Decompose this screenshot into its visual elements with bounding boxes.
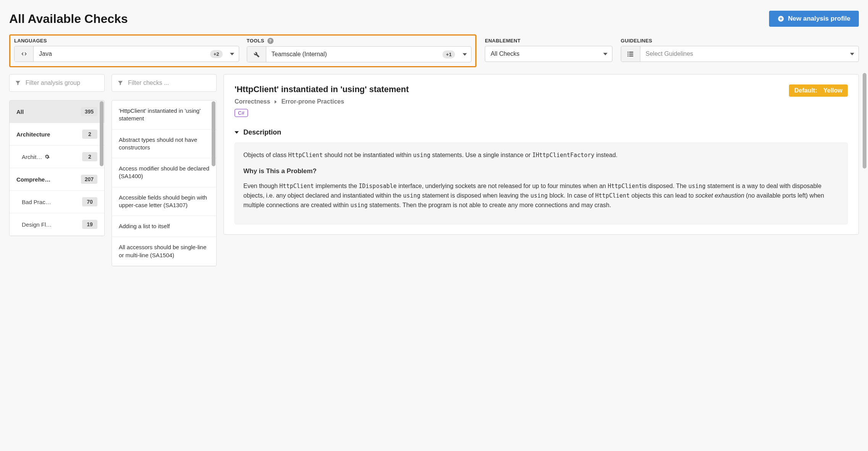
group-count: 70 xyxy=(82,197,97,206)
group-item[interactable]: Architecture2 xyxy=(10,123,104,146)
enablement-dropdown[interactable]: All Checks xyxy=(485,46,612,62)
wrench-icon xyxy=(253,50,260,58)
group-name: Bad Prac… xyxy=(22,199,51,205)
description-section-toggle[interactable]: Description xyxy=(235,128,848,136)
code-icon xyxy=(20,50,28,58)
check-item[interactable]: Adding a list to itself xyxy=(112,216,216,237)
group-count: 2 xyxy=(82,152,97,161)
languages-dropdown[interactable]: Java +2 xyxy=(14,46,239,62)
group-name: Architecture xyxy=(16,131,50,138)
group-item[interactable]: All395 xyxy=(10,101,104,123)
group-name: Archit… xyxy=(22,154,50,160)
caret-down-icon xyxy=(230,52,234,56)
check-name: Adding a list to itself xyxy=(119,222,170,230)
languages-extra-count: +2 xyxy=(210,50,223,58)
group-name: Design Fl… xyxy=(22,221,52,228)
group-count: 207 xyxy=(81,175,97,184)
filter-icon xyxy=(117,79,123,86)
new-analysis-profile-button[interactable]: New analysis profile xyxy=(769,11,859,27)
language-chip: C# xyxy=(235,109,248,117)
filter-checks-search[interactable] xyxy=(112,74,217,92)
tools-value: Teamscale (Internal) xyxy=(266,51,443,58)
guidelines-label: GUIDELINES xyxy=(621,38,859,44)
breadcrumb: Correctness Error-prone Practices xyxy=(235,98,409,105)
default-severity-badge: Default: Yellow xyxy=(789,84,848,97)
filter-checks-input[interactable] xyxy=(128,79,211,86)
plus-circle-icon xyxy=(777,15,784,22)
tools-label: TOOLS ? xyxy=(247,38,472,44)
group-item[interactable]: Bad Prac…70 xyxy=(10,191,104,213)
check-name: 'HttpClient' instantiated in 'using' sta… xyxy=(119,107,209,123)
caret-down-icon xyxy=(850,52,854,56)
filter-icon xyxy=(15,79,21,86)
check-name: Access modifier should be declared (SA14… xyxy=(119,165,209,180)
description-content: Objects of class HttpClient should not b… xyxy=(235,143,848,224)
filter-groups-input[interactable] xyxy=(26,79,99,86)
check-name: Abstract types should not have construct… xyxy=(119,136,209,152)
tools-dropdown[interactable]: Teamscale (Internal) +1 xyxy=(247,46,472,62)
check-detail-title: 'HttpClient' instantiated in 'using' sta… xyxy=(235,84,409,94)
check-item[interactable]: All accessors should be single-line or m… xyxy=(112,237,216,266)
check-detail-panel: 'HttpClient' instantiated in 'using' sta… xyxy=(223,74,859,235)
check-name: Accessible fields should begin with uppe… xyxy=(119,194,209,209)
filter-groups-search[interactable] xyxy=(9,74,105,92)
group-count: 2 xyxy=(82,130,97,139)
new-analysis-profile-label: New analysis profile xyxy=(788,15,850,23)
check-item[interactable]: Abstract types should not have construct… xyxy=(112,130,216,159)
check-name: All accessors should be single-line or m… xyxy=(119,243,209,259)
group-item[interactable]: Comprehe…207 xyxy=(10,168,104,191)
check-item[interactable]: 'HttpClient' instantiated in 'using' sta… xyxy=(112,101,216,130)
caret-down-icon xyxy=(463,52,467,57)
enablement-value: All Checks xyxy=(485,50,599,57)
languages-label: LANGUAGES xyxy=(14,38,239,44)
caret-down-icon xyxy=(235,130,239,135)
group-count: 395 xyxy=(81,107,97,116)
page-title: All Available Checks xyxy=(9,12,128,26)
check-item[interactable]: Access modifier should be declared (SA14… xyxy=(112,158,216,187)
caret-down-icon xyxy=(603,52,607,56)
highlighted-filter-group: LANGUAGES Java +2 TOOLS ? Teamscale (Int… xyxy=(9,34,476,67)
guidelines-placeholder: Select Guidelines xyxy=(640,50,845,57)
groups-list: All395Architecture2Archit…2Comprehe…207B… xyxy=(9,100,105,236)
check-item[interactable]: Accessible fields should begin with uppe… xyxy=(112,187,216,216)
gear-icon xyxy=(44,154,50,159)
group-item[interactable]: Design Fl…19 xyxy=(10,213,104,236)
group-count: 19 xyxy=(82,220,97,229)
group-name: Comprehe… xyxy=(16,176,50,183)
group-name: All xyxy=(16,109,24,115)
languages-value: Java xyxy=(34,50,210,57)
list-icon xyxy=(627,50,634,58)
enablement-label: ENABLEMENT xyxy=(485,38,612,44)
help-icon[interactable]: ? xyxy=(267,38,274,44)
breadcrumb-item[interactable]: Error-prone Practices xyxy=(281,98,344,105)
group-item[interactable]: Archit…2 xyxy=(10,146,104,168)
chevron-right-icon xyxy=(274,100,277,104)
breadcrumb-item[interactable]: Correctness xyxy=(235,98,270,105)
checks-list: 'HttpClient' instantiated in 'using' sta… xyxy=(112,100,217,266)
tools-extra-count: +1 xyxy=(442,50,455,58)
guidelines-dropdown[interactable]: Select Guidelines xyxy=(621,46,859,62)
